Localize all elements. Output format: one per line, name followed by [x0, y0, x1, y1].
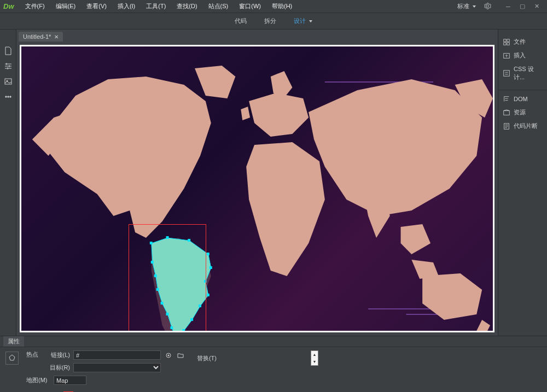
alt-label: 替换(T): [193, 354, 217, 362]
folder-icon: [177, 352, 184, 359]
assets-icon: [503, 109, 510, 116]
menu-help[interactable]: 帮助(H): [267, 1, 296, 11]
map-label: 地图(M): [26, 376, 50, 384]
map-name-row: 地图(M): [26, 376, 86, 385]
close-button[interactable]: ✕: [529, 1, 544, 12]
document-tab-title: Untitled-1*: [23, 33, 51, 40]
right-panels: 文件 插入 CSS 设计... DOM 资源 代码片断: [498, 30, 547, 336]
insert-icon: [503, 52, 510, 60]
props-col-link: 链接(L) 目标(R): [46, 350, 185, 372]
panel-group-2: DOM 资源 代码片断: [498, 92, 547, 133]
left-toolbar: [0, 30, 16, 336]
maximize-button[interactable]: ▢: [515, 1, 529, 12]
svg-rect-14: [207, 294, 210, 296]
svg-rect-31: [504, 110, 510, 115]
main-area: Untitled-1* ✕: [0, 30, 547, 336]
panel-assets[interactable]: 资源: [498, 106, 547, 119]
gear-icon: [484, 2, 491, 10]
more-tool[interactable]: [3, 92, 13, 102]
panel-css-label: CSS 设计...: [514, 65, 543, 81]
target-select[interactable]: [73, 363, 161, 372]
properties-panel: 属性 热点 链接(L) 目标(R): [0, 336, 547, 392]
menu-tools[interactable]: 工具(T): [142, 1, 170, 11]
document-tab[interactable]: Untitled-1* ✕: [19, 32, 63, 42]
image-icon: [4, 77, 13, 86]
image-tool[interactable]: [3, 77, 13, 86]
menu-edit[interactable]: 编辑(E): [51, 1, 80, 11]
map-name-input[interactable]: [54, 376, 86, 385]
settings-button[interactable]: [484, 2, 491, 11]
props-col-type: 热点: [26, 350, 38, 359]
options-tool[interactable]: [3, 61, 13, 71]
workspace-switcher[interactable]: 标准: [454, 1, 479, 11]
menubar-right: 标准 ─ ▢ ✕: [454, 1, 544, 12]
alt-row: 替换(T) ▲ ▼: [193, 350, 318, 366]
menu-insert[interactable]: 插入(I): [113, 1, 139, 11]
svg-point-4: [9, 96, 10, 97]
chevron-down-icon: [473, 5, 476, 8]
design-canvas[interactable]: [20, 45, 494, 332]
hotspot-label: 热点: [26, 350, 38, 359]
panel-insert[interactable]: 插入: [498, 49, 547, 62]
hotspot-type-icon: [5, 352, 19, 365]
world-map-image: [21, 46, 493, 331]
map-shape-tools: [0, 388, 547, 392]
minimize-button[interactable]: ─: [501, 1, 515, 12]
browse-file-button[interactable]: [176, 351, 185, 360]
window-controls: ─ ▢ ✕: [501, 1, 544, 12]
panel-snippets[interactable]: 代码片断: [498, 119, 547, 133]
polygon-hotspot-icon: [8, 354, 16, 362]
properties-tabs: 属性: [0, 336, 547, 347]
svg-point-3: [7, 96, 8, 97]
chevron-down-icon: [309, 20, 312, 22]
menu-site[interactable]: 站点(S): [204, 1, 233, 11]
panel-dom[interactable]: DOM: [498, 92, 547, 106]
panel-dom-label: DOM: [514, 96, 528, 102]
menu-find[interactable]: 查找(D): [172, 1, 201, 11]
document-tabs: Untitled-1* ✕: [16, 30, 498, 42]
alt-spinner[interactable]: ▲ ▼: [311, 350, 318, 366]
panel-files[interactable]: 文件: [498, 35, 547, 49]
app-logo: Dw: [3, 2, 14, 10]
panel-files-label: 文件: [514, 38, 526, 46]
viewmode-design[interactable]: 设计: [290, 15, 316, 27]
files-icon: [503, 38, 510, 46]
tab-close-button[interactable]: ✕: [54, 34, 59, 40]
props-col-alt: 替换(T) ▲ ▼: [193, 350, 318, 366]
viewmode-split[interactable]: 拆分: [261, 15, 280, 27]
svg-point-34: [168, 354, 170, 356]
world-map-svg: [21, 46, 493, 331]
css-icon: [503, 69, 510, 77]
svg-rect-28: [507, 42, 509, 44]
menu-bar: Dw 文件(F) 编辑(E) 查看(V) 插入(I) 工具(T) 查找(D) 站…: [0, 0, 547, 13]
document-area: Untitled-1* ✕: [16, 30, 498, 336]
panel-group-1: 文件 插入 CSS 设计...: [498, 35, 547, 84]
panel-insert-label: 插入: [514, 51, 526, 60]
link-row: 链接(L): [46, 350, 185, 360]
sliders-icon: [4, 62, 13, 71]
properties-tab[interactable]: 属性: [3, 336, 24, 347]
panel-snippets-label: 代码片断: [514, 122, 538, 130]
file-management-tool[interactable]: [3, 46, 13, 56]
svg-rect-27: [504, 42, 506, 44]
viewmode-code[interactable]: 代码: [231, 15, 250, 27]
target-label: 目标(R): [46, 364, 70, 372]
hotspot-bounding-box[interactable]: [129, 224, 206, 331]
menu-file[interactable]: 文件(F): [21, 1, 49, 11]
document-icon: [4, 46, 13, 55]
panel-css-designer[interactable]: CSS 设计...: [498, 62, 547, 84]
target-icon: [165, 352, 172, 359]
spinner-down-icon[interactable]: ▼: [311, 358, 318, 365]
viewmode-bar: 代码 拆分 设计: [0, 13, 547, 30]
svg-point-2: [5, 96, 6, 97]
spinner-up-icon[interactable]: ▲: [311, 351, 318, 358]
panel-separator: [498, 90, 547, 90]
point-to-file-button[interactable]: [164, 351, 173, 360]
menu-window[interactable]: 窗口(W): [235, 1, 265, 11]
svg-rect-30: [504, 71, 510, 77]
menu-view[interactable]: 查看(V): [82, 1, 111, 11]
svg-rect-0: [5, 79, 11, 84]
link-input[interactable]: [73, 350, 161, 360]
panel-assets-label: 资源: [514, 108, 526, 116]
svg-rect-26: [507, 39, 509, 41]
